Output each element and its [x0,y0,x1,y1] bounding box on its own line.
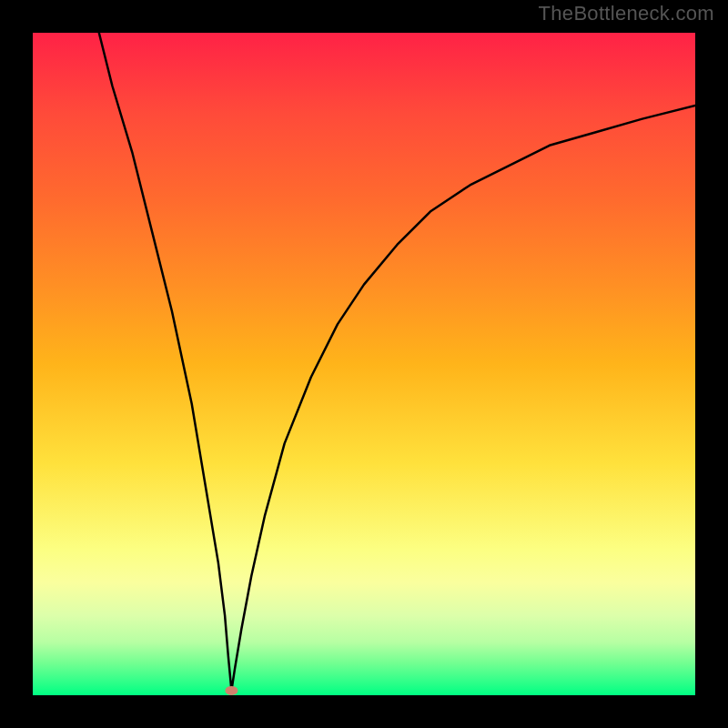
bottleneck-curve [99,33,695,691]
chart-container: TheBottleneck.com [0,0,728,728]
optimum-marker [225,686,238,695]
watermark-label: TheBottleneck.com [539,2,714,25]
plot-area [33,33,695,695]
chart-svg [33,33,695,695]
